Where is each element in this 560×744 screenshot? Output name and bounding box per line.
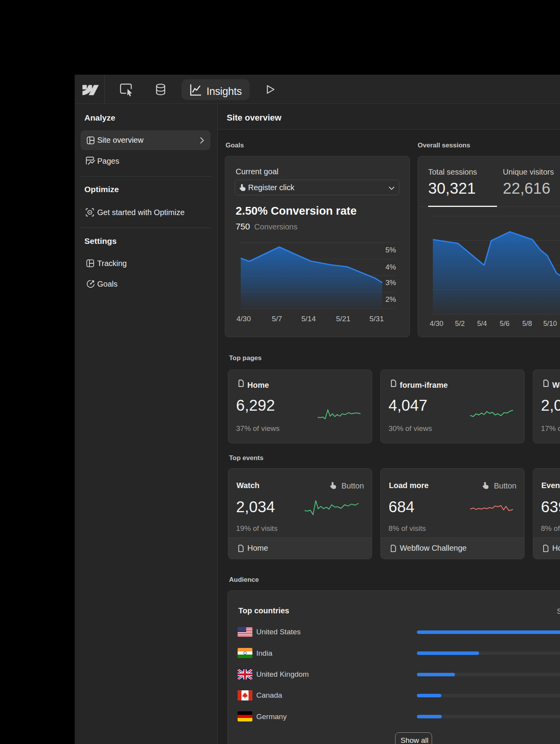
svg-text:2%: 2% <box>385 295 396 303</box>
svg-text:5/6: 5/6 <box>500 320 509 327</box>
svg-text:4%: 4% <box>385 263 396 271</box>
svg-text:5%: 5% <box>385 246 396 254</box>
svg-text:5/31: 5/31 <box>369 315 384 323</box>
svg-text:5/10: 5/10 <box>543 320 557 327</box>
svg-text:5/2: 5/2 <box>455 320 465 327</box>
svg-text:4/30: 4/30 <box>236 315 251 323</box>
svg-text:5/7: 5/7 <box>272 315 282 323</box>
svg-text:5/8: 5/8 <box>522 320 532 327</box>
svg-text:5/21: 5/21 <box>336 315 350 323</box>
svg-text:4/30: 4/30 <box>430 320 443 327</box>
svg-text:3%: 3% <box>385 278 396 287</box>
svg-text:5/4: 5/4 <box>477 320 487 327</box>
svg-text:5/14: 5/14 <box>301 315 316 323</box>
